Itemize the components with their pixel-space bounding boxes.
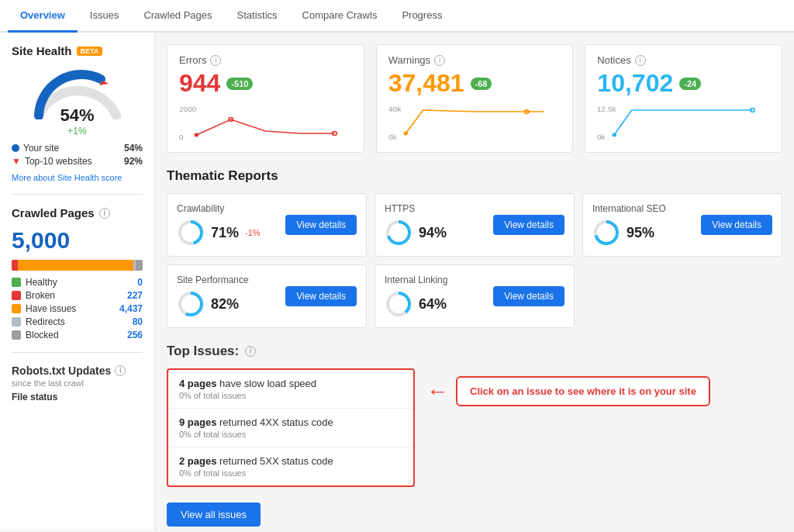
- thematic-site-performance: Site Performance 82% View details: [167, 264, 367, 328]
- more-site-health-link[interactable]: More about Site Health score: [12, 173, 143, 182]
- your-site-dot: [12, 144, 19, 152]
- tab-issues[interactable]: Issues: [78, 0, 132, 33]
- tab-overview[interactable]: Overview: [8, 0, 78, 33]
- top-issues-header: Top Issues: i: [167, 344, 782, 359]
- crawled-pages-bar: [12, 260, 143, 271]
- bar-blocked: [136, 260, 143, 271]
- crawled-pages-count: 5,000: [12, 227, 143, 254]
- svg-point-8: [403, 132, 408, 136]
- tab-statistics[interactable]: Statistics: [225, 0, 290, 33]
- top-issues-section: Top Issues: i 4 pages have slow load spe…: [167, 344, 782, 527]
- thematic-international-seo: International SEO 95% View details: [582, 193, 782, 257]
- bar-broken: [12, 260, 18, 271]
- beta-badge: BETA: [77, 47, 103, 56]
- issues-list-container: 4 pages have slow load speed 0% of total…: [167, 368, 415, 527]
- warnings-badge: -68: [471, 78, 492, 90]
- legend-broken: Broken 227: [12, 290, 143, 301]
- issue-item-2[interactable]: 9 pages returned 4XX status code 0% of t…: [168, 409, 413, 447]
- healthy-color: [12, 278, 21, 287]
- gauge-container: 54% +1%: [12, 65, 143, 136]
- international-seo-view-btn[interactable]: View details: [701, 215, 772, 235]
- tab-crawled-pages[interactable]: Crawled Pages: [131, 0, 224, 33]
- main-content: Errors i 944 -510 2000 0: [155, 33, 794, 530]
- thematic-reports-title: Thematic Reports: [167, 168, 782, 184]
- issue-item-1[interactable]: 4 pages have slow load speed 0% of total…: [168, 370, 413, 409]
- errors-card: Errors i 944 -510 2000 0: [167, 44, 364, 153]
- legend-have-issues: Have issues 4,437: [12, 303, 143, 314]
- internal-linking-view-btn[interactable]: View details: [493, 286, 564, 306]
- site-health-legend: Your site 54% ▼ Top-10 websites 92%: [12, 143, 143, 167]
- crawlability-view-btn[interactable]: View details: [285, 215, 357, 235]
- site-health-section: Site Health BETA 54% +1%: [12, 44, 143, 182]
- tab-compare-crawls[interactable]: Compare Crawls: [290, 0, 390, 33]
- robots-file-status: File status: [12, 392, 143, 402]
- thematic-crawlability: Crawlability 71% -1% View details: [167, 193, 367, 257]
- legend-blocked: Blocked 256: [12, 330, 143, 340]
- svg-text:0: 0: [179, 133, 184, 140]
- issue-item-3[interactable]: 2 pages returned 5XX status code 0% of t…: [168, 447, 413, 485]
- arrow-annotation: ← Click on an issue to see where it is o…: [426, 376, 710, 406]
- crawled-legend: Healthy 0 Broken 227 Have issues 4,437 R…: [12, 277, 143, 340]
- thematic-reports-section: Thematic Reports Crawlability 71% -1%: [167, 168, 782, 328]
- crawled-pages-info-icon[interactable]: i: [99, 208, 110, 219]
- crawlability-donut: [177, 219, 205, 247]
- tab-progress[interactable]: Progress: [389, 0, 454, 33]
- gauge-change: +1%: [60, 126, 94, 136]
- top-issues-info-icon[interactable]: i: [245, 346, 256, 357]
- thematic-grid: Crawlability 71% -1% View details: [167, 193, 782, 328]
- have-issues-color: [12, 304, 21, 313]
- internal-linking-donut: [385, 290, 413, 318]
- annotation-arrow-icon: ←: [426, 379, 448, 404]
- warnings-value: 37,481 -68: [388, 69, 561, 98]
- your-site-row: Your site 54%: [12, 143, 143, 154]
- tabs-nav: Overview Issues Crawled Pages Statistics…: [0, 0, 794, 33]
- notices-card: Notices i 10,702 -24 12.5k 0k: [585, 44, 782, 153]
- https-view-btn[interactable]: View details: [493, 215, 564, 235]
- errors-badge: -510: [226, 78, 253, 90]
- crawled-pages-section: Crawled Pages i 5,000 Healthy 0 Broken: [12, 206, 143, 340]
- svg-text:2000: 2000: [179, 105, 196, 112]
- warnings-chart: 40k 0k: [388, 104, 561, 143]
- top10-arrow-icon: ▼: [12, 156, 21, 167]
- crawled-pages-title: Crawled Pages i: [12, 206, 143, 219]
- metrics-row: Errors i 944 -510 2000 0: [167, 44, 782, 153]
- warnings-label: Warnings i: [388, 54, 561, 66]
- annotation-box: Click on an issue to see where it is on …: [456, 376, 710, 406]
- main-layout: Site Health BETA 54% +1%: [0, 33, 794, 530]
- notices-chart: 12.5k 0k: [597, 104, 770, 143]
- warnings-info-icon[interactable]: i: [434, 55, 445, 66]
- notices-badge: -24: [679, 78, 701, 90]
- legend-redirects: Redirects 80: [12, 316, 143, 327]
- notices-info-icon[interactable]: i: [635, 55, 646, 66]
- errors-label: Errors i: [179, 54, 352, 66]
- site-health-title: Site Health BETA: [12, 44, 143, 57]
- notices-label: Notices i: [597, 54, 770, 66]
- robots-info-icon[interactable]: i: [115, 365, 126, 376]
- svg-point-12: [613, 133, 617, 137]
- view-all-issues-btn[interactable]: View all issues: [167, 503, 261, 527]
- errors-chart: 2000 0: [179, 104, 352, 143]
- international-seo-donut: [592, 219, 620, 247]
- top10-row: ▼ Top-10 websites 92%: [12, 156, 143, 167]
- site-performance-view-btn[interactable]: View details: [285, 286, 357, 306]
- thematic-internal-linking: Internal Linking 64% View details: [375, 264, 575, 328]
- svg-text:0k: 0k: [388, 133, 397, 140]
- errors-info-icon[interactable]: i: [210, 55, 221, 66]
- svg-text:0k: 0k: [597, 133, 606, 140]
- https-donut: [385, 219, 413, 247]
- issues-row: 4 pages have slow load speed 0% of total…: [167, 368, 782, 527]
- notices-value: 10,702 -24: [597, 69, 770, 98]
- issues-list: 4 pages have slow load speed 0% of total…: [167, 368, 415, 487]
- robots-title: Robots.txt Updates i: [12, 364, 143, 377]
- errors-value: 944 -510: [179, 69, 352, 98]
- blocked-color: [12, 330, 21, 340]
- bar-issues: [18, 260, 134, 271]
- sidebar: Site Health BETA 54% +1%: [0, 33, 155, 530]
- svg-point-3: [194, 133, 198, 137]
- robots-section: Robots.txt Updates i since the last craw…: [12, 364, 143, 402]
- thematic-https: HTTPS 94% View details: [375, 193, 575, 257]
- site-performance-donut: [177, 290, 205, 318]
- svg-text:40k: 40k: [388, 105, 401, 112]
- robots-subtitle: since the last crawl: [12, 378, 143, 388]
- broken-color: [12, 291, 21, 300]
